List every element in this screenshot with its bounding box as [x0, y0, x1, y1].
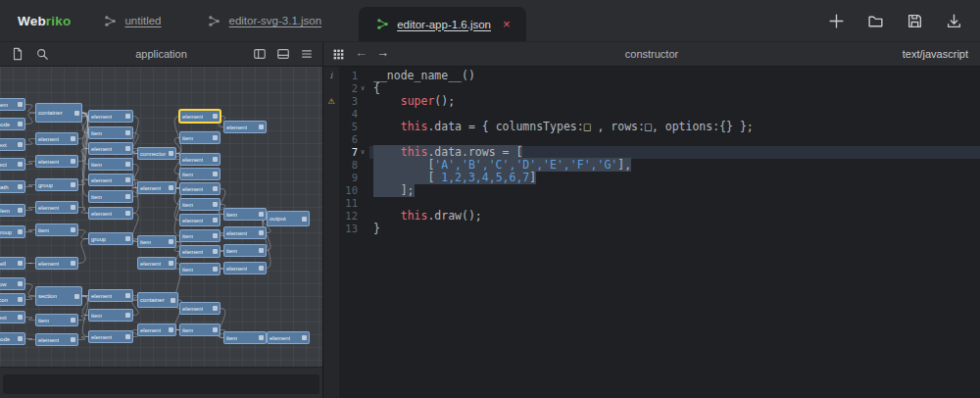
- layout-left-panel-icon[interactable]: [252, 46, 268, 62]
- graph-node[interactable]: element: [88, 289, 133, 302]
- graph-node[interactable]: element: [267, 331, 310, 344]
- tab-untitled[interactable]: untitled: [102, 13, 161, 28]
- graph-node[interactable]: element: [88, 174, 133, 186]
- matrix-icon[interactable]: [330, 46, 346, 62]
- graph-node[interactable]: element: [179, 214, 220, 226]
- code-line[interactable]: 12 this.draw();: [323, 210, 980, 223]
- graph-node[interactable]: item: [179, 198, 220, 211]
- navigate-forward-icon[interactable]: →: [376, 46, 389, 62]
- graph-node-icon: [18, 102, 23, 107]
- graph-node[interactable]: connector: [137, 147, 176, 160]
- graph-node[interactable]: element: [223, 262, 267, 274]
- code-line[interactable]: ⚠3 super();: [323, 95, 980, 108]
- graph-node[interactable]: item: [223, 208, 267, 221]
- graph-node[interactable]: element: [137, 323, 176, 336]
- graph-node[interactable]: item: [223, 331, 267, 344]
- graph-node[interactable]: element: [179, 182, 220, 195]
- graph-node[interactable]: element: [88, 330, 133, 343]
- graph-node[interactable]: element: [179, 302, 220, 315]
- graph-node-icon: [213, 202, 218, 207]
- graph-node[interactable]: element: [35, 155, 78, 168]
- graph-node[interactable]: container: [137, 292, 178, 308]
- save-button[interactable]: [904, 10, 925, 31]
- graph-node-label: item: [38, 227, 49, 233]
- fold-icon[interactable]: ∨: [361, 82, 369, 95]
- code-line[interactable]: 9 [ 1,2,3,4,5,6,7]: [323, 172, 980, 184]
- graph-node[interactable]: element: [35, 132, 78, 145]
- graph-node[interactable]: text: [0, 138, 25, 151]
- code-line[interactable]: 13}: [323, 223, 980, 235]
- fold-icon[interactable]: ∨: [361, 146, 369, 159]
- graph-node[interactable]: item: [179, 229, 220, 242]
- graph-node[interactable]: path: [0, 180, 25, 193]
- graph-node-icon: [71, 182, 75, 187]
- graph-node[interactable]: item: [88, 190, 133, 203]
- graph-node-label: output: [270, 216, 286, 222]
- search-icon[interactable]: [34, 46, 50, 62]
- code-editor[interactable]: i1__node_name__()2∨{⚠3 super();45 this.d…: [323, 67, 980, 398]
- menu-icon[interactable]: [299, 46, 315, 62]
- graph-node[interactable]: item: [88, 126, 133, 139]
- graph-node[interactable]: item: [88, 309, 133, 322]
- code-line[interactable]: 5 this.data = { columnsTypes:□ , rows:□,…: [323, 121, 980, 133]
- graph-node-selected[interactable]: element: [179, 110, 220, 123]
- graph-node[interactable]: node: [0, 118, 25, 130]
- file-icon[interactable]: [10, 46, 25, 62]
- graph-node[interactable]: item: [0, 98, 25, 111]
- close-tab-icon[interactable]: ×: [503, 18, 511, 30]
- graph-node-label: item: [182, 327, 193, 333]
- graph-node[interactable]: elem: [0, 204, 25, 217]
- node-graph-canvas[interactable]: itemnodetextrectpathelemgroupcellrowicon…: [0, 67, 322, 367]
- graph-node-label: section: [38, 293, 57, 299]
- graph-node[interactable]: element: [137, 257, 176, 270]
- graph-node[interactable]: rect: [0, 158, 25, 171]
- graph-node[interactable]: node: [0, 332, 25, 345]
- graph-node-icon: [125, 162, 130, 167]
- gutter-cell: [323, 133, 339, 146]
- graph-node[interactable]: section: [35, 286, 82, 306]
- graph-node[interactable]: element: [223, 121, 267, 133]
- code-line[interactable]: 10 ];: [323, 184, 980, 197]
- graph-node[interactable]: item: [88, 158, 133, 171]
- graph-node[interactable]: element: [35, 333, 78, 346]
- graph-node[interactable]: cell: [0, 257, 25, 270]
- layout-bottom-panel-icon[interactable]: [275, 46, 291, 62]
- graph-node[interactable]: element: [179, 245, 220, 258]
- graph-node[interactable]: container: [35, 103, 82, 123]
- graph-node[interactable]: group: [35, 178, 78, 191]
- graph-node[interactable]: item: [179, 168, 220, 180]
- graph-node[interactable]: item: [35, 314, 78, 326]
- graph-node[interactable]: item: [35, 224, 78, 236]
- code-line[interactable]: i1__node_name__(): [323, 70, 980, 82]
- graph-node[interactable]: item: [137, 235, 176, 248]
- graph-node[interactable]: element: [88, 207, 133, 220]
- horizontal-scrollbar[interactable]: [3, 374, 319, 394]
- graph-node[interactable]: output: [267, 211, 310, 226]
- graph-node[interactable]: element: [137, 181, 176, 194]
- graph-node-icon: [302, 217, 307, 222]
- graph-node[interactable]: element: [88, 110, 133, 123]
- tab-label: editor-svg-3.1.json: [229, 15, 322, 26]
- graph-node[interactable]: item: [223, 244, 267, 257]
- export-button[interactable]: [943, 10, 964, 31]
- graph-node[interactable]: group: [0, 225, 25, 238]
- graph-node[interactable]: element: [179, 153, 220, 166]
- graph-node-label: row: [0, 281, 7, 287]
- tab-editor-svg[interactable]: editor-svg-3.1.json: [207, 13, 322, 28]
- graph-node-label: item: [140, 239, 151, 245]
- graph-node[interactable]: element: [35, 201, 78, 214]
- open-folder-button[interactable]: [864, 10, 886, 31]
- graph-node[interactable]: icon: [0, 293, 25, 306]
- new-file-button[interactable]: [825, 10, 847, 31]
- navigate-back-icon[interactable]: ←: [355, 46, 368, 62]
- graph-node[interactable]: group: [88, 232, 133, 245]
- graph-node[interactable]: row: [0, 277, 25, 290]
- graph-node[interactable]: element: [223, 226, 267, 239]
- graph-node[interactable]: text: [0, 311, 25, 323]
- graph-node[interactable]: item: [179, 263, 220, 275]
- graph-node[interactable]: element: [35, 257, 78, 270]
- graph-node[interactable]: item: [179, 131, 220, 144]
- graph-node[interactable]: element: [88, 142, 133, 155]
- tab-editor-app-active[interactable]: editor-app-1.6.json ×: [359, 7, 526, 41]
- graph-node[interactable]: item: [179, 323, 220, 336]
